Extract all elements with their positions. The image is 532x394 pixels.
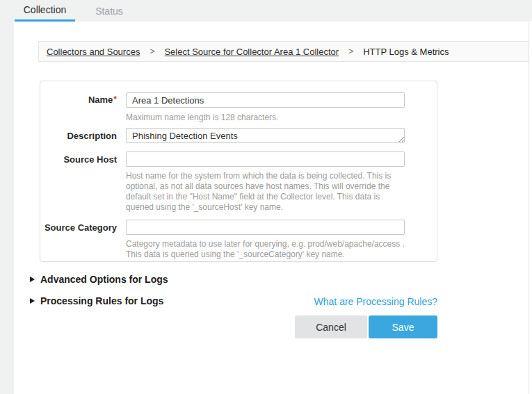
source-category-label: Source Category xyxy=(40,222,117,233)
source-category-input[interactable] xyxy=(126,220,405,235)
source-host-label: Source Host xyxy=(40,154,117,165)
tab-status-label: Status xyxy=(95,6,123,17)
panel-right-divider xyxy=(529,22,529,394)
advanced-options-label: Advanced Options for Logs xyxy=(40,274,168,285)
source-config-card: Name* Maximum name length is 128 charact… xyxy=(40,81,437,262)
breadcrumb-separator-icon: > xyxy=(150,47,154,56)
tab-bar: Collection Status xyxy=(0,0,532,22)
required-asterisk: * xyxy=(113,95,117,104)
app-window: Collection Status Collectors and Sources… xyxy=(0,0,532,394)
source-category-hint: Category metadata to use later for query… xyxy=(126,239,407,260)
tab-status[interactable]: Status xyxy=(85,0,134,22)
content-panel: Collectors and Sources > Select Source f… xyxy=(14,22,532,394)
processing-rules-help-link[interactable]: What are Processing Rules? xyxy=(314,296,437,307)
expand-arrow-icon xyxy=(30,298,35,304)
name-hint: Maximum name length is 128 characters. xyxy=(126,113,278,123)
save-button[interactable]: Save xyxy=(369,315,437,338)
name-input[interactable] xyxy=(126,92,405,108)
processing-rules-expander[interactable]: Processing Rules for Logs xyxy=(30,295,163,306)
description-label: Description xyxy=(40,131,117,141)
source-host-input[interactable] xyxy=(126,151,405,167)
breadcrumb-link-collectors-and-sources[interactable]: Collectors and Sources xyxy=(47,47,140,57)
expand-arrow-icon xyxy=(30,277,35,282)
advanced-options-expander[interactable]: Advanced Options for Logs xyxy=(30,274,168,285)
source-host-hint: Host name for the system from which the … xyxy=(126,171,404,213)
processing-rules-label: Processing Rules for Logs xyxy=(40,295,163,306)
name-label: Name* xyxy=(40,95,117,105)
tab-collection-label: Collection xyxy=(24,4,66,15)
breadcrumb-separator-icon: > xyxy=(348,47,353,56)
breadcrumb: Collectors and Sources > Select Source f… xyxy=(38,41,529,62)
breadcrumb-current-page: HTTP Logs & Metrics xyxy=(363,47,449,57)
breadcrumb-link-select-source[interactable]: Select Source for Collector Area 1 Colle… xyxy=(164,47,339,57)
description-textarea[interactable]: Phishing Detection Events xyxy=(126,128,405,143)
cancel-button[interactable]: Cancel xyxy=(295,315,367,338)
tab-collection[interactable]: Collection xyxy=(15,0,75,22)
